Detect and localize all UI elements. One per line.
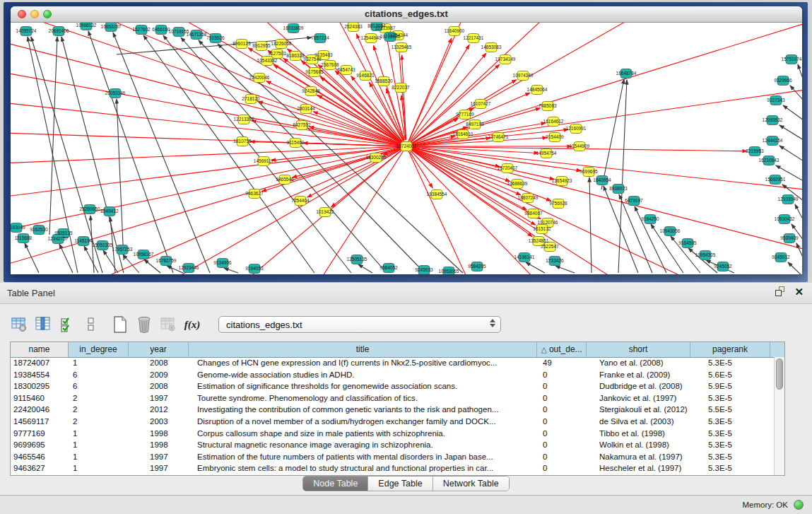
citation-edge-black[interactable] bbox=[796, 243, 802, 259]
table-cell[interactable]: 14569117 bbox=[11, 416, 69, 428]
table-cell[interactable]: Wolkin et al. (1998) bbox=[587, 439, 690, 451]
citation-edge-black[interactable] bbox=[103, 250, 118, 273]
table-row[interactable]: 1938455462009Genome-wide association stu… bbox=[11, 369, 774, 381]
table-cell[interactable]: 6 bbox=[69, 369, 129, 381]
citation-edge-black[interactable] bbox=[779, 125, 802, 140]
column-header-year[interactable]: year bbox=[129, 342, 189, 357]
network-canvas[interactable]: 1872400789601238912955182260589127503105… bbox=[11, 23, 802, 274]
column-header-short[interactable]: short bbox=[587, 342, 690, 357]
table-cell[interactable]: Disruption of a novel member of a sodium… bbox=[189, 416, 537, 428]
citation-edge-black[interactable] bbox=[224, 268, 238, 273]
table-cell[interactable]: de Silva et al. (2003) bbox=[587, 416, 690, 428]
citation-edge-black[interactable] bbox=[790, 86, 802, 100]
column-header-name[interactable]: name bbox=[11, 342, 69, 357]
citation-edge-black[interactable] bbox=[798, 64, 802, 81]
citation-network-graph[interactable]: 1872400789601238912955182260589127503105… bbox=[11, 23, 802, 274]
column-header-in-degree[interactable]: in_degree bbox=[69, 342, 129, 357]
table-cell[interactable]: Corpus callosum shape and size in male p… bbox=[189, 428, 537, 440]
table-cell[interactable]: 0 bbox=[537, 392, 587, 404]
citation-edge-black[interactable] bbox=[358, 264, 372, 273]
table-cell[interactable]: Embryonic stem cells: a model to study s… bbox=[189, 462, 537, 474]
table-cell[interactable]: Structural magnetic resonance image aver… bbox=[189, 439, 537, 451]
memory-status-led[interactable] bbox=[794, 500, 804, 510]
table-cell[interactable]: Tourette syndrome. Phenomenology and cla… bbox=[189, 392, 537, 404]
table-cell[interactable]: Nakamura et al. (1997) bbox=[587, 451, 690, 463]
table-cell[interactable]: 2 bbox=[69, 404, 129, 416]
table-cell[interactable]: 2008 bbox=[129, 357, 189, 369]
table-cell[interactable]: Genome-wide association studies in ADHD. bbox=[189, 369, 537, 381]
column-header-pagerank[interactable]: pagerank bbox=[690, 342, 770, 357]
tab-network-table[interactable]: Network Table bbox=[433, 477, 509, 491]
citation-edge-black[interactable] bbox=[589, 177, 592, 273]
table-row[interactable]: 1872400712008Changes of HCN gene express… bbox=[11, 357, 774, 369]
citation-edge-black[interactable] bbox=[795, 204, 802, 221]
table-cell[interactable]: 5.3E-5 bbox=[690, 451, 770, 463]
table-cell[interactable]: 19384554 bbox=[11, 369, 69, 381]
merge-tables-icon[interactable] bbox=[82, 315, 100, 334]
table-cell[interactable]: 0 bbox=[537, 416, 587, 428]
table-row[interactable]: 946362711997Embryonic stem cells: a mode… bbox=[11, 462, 774, 474]
table-cell[interactable]: 5.3E-5 bbox=[690, 439, 770, 451]
citation-edge-black[interactable] bbox=[779, 146, 802, 161]
table-cell[interactable]: Changes of HCN gene expression and I(f) … bbox=[189, 357, 537, 369]
citation-edge-black[interactable] bbox=[555, 266, 575, 273]
citation-edge-black[interactable] bbox=[181, 37, 387, 273]
window-titlebar[interactable]: citations_edges.txt bbox=[11, 6, 802, 23]
table-cell[interactable]: 1 bbox=[69, 439, 129, 451]
table-cell[interactable]: 1998 bbox=[129, 439, 189, 451]
table-cell[interactable]: 9115460 bbox=[11, 392, 69, 404]
column-header-out-de-[interactable]: △out_de... bbox=[537, 342, 587, 357]
table-cell[interactable]: 1 bbox=[69, 357, 129, 369]
table-cell[interactable]: 5.3E-5 bbox=[690, 428, 770, 440]
float-panel-icon[interactable] bbox=[775, 286, 786, 297]
citation-edge-red[interactable] bbox=[303, 143, 400, 146]
table-cell[interactable]: 22420046 bbox=[11, 404, 69, 416]
citation-edge-black[interactable] bbox=[61, 37, 124, 273]
table-cell[interactable]: 18300295 bbox=[11, 380, 69, 392]
table-cell[interactable]: 5.3E-5 bbox=[690, 392, 770, 404]
table-cell[interactable]: 1998 bbox=[129, 428, 189, 440]
zoom-window-button[interactable] bbox=[43, 10, 52, 18]
vertical-scrollbar[interactable] bbox=[774, 357, 784, 475]
citation-edge-black[interactable] bbox=[783, 105, 802, 120]
table-cell[interactable]: 0 bbox=[537, 439, 587, 451]
table-row[interactable]: 1456911722003Disruption of a novel membe… bbox=[11, 416, 774, 428]
table-cell[interactable]: 49 bbox=[537, 357, 587, 369]
citation-edge-black[interactable] bbox=[113, 33, 210, 273]
table-cell[interactable]: Franke et al. (2009) bbox=[587, 369, 690, 381]
table-cell[interactable]: 1 bbox=[69, 428, 129, 440]
table-cell[interactable]: Tibbo et al. (1998) bbox=[587, 428, 690, 440]
table-cell[interactable]: 1 bbox=[69, 451, 129, 463]
table-cell[interactable]: Estimation of the future numbers of pati… bbox=[189, 451, 537, 463]
table-cell[interactable]: 0 bbox=[537, 380, 587, 392]
close-panel-icon[interactable]: ✕ bbox=[794, 286, 804, 297]
new-table-icon[interactable] bbox=[111, 315, 129, 334]
table-cell[interactable]: Jankovic et al. (1997) bbox=[587, 392, 690, 404]
table-cell[interactable]: 5.3E-5 bbox=[690, 462, 770, 474]
close-window-button[interactable] bbox=[18, 10, 26, 18]
table-cell[interactable]: 5.6E-5 bbox=[690, 369, 770, 381]
table-row[interactable]: 1830029562008Estimation of significance … bbox=[11, 380, 774, 392]
table-cell[interactable]: 0 bbox=[537, 369, 587, 381]
table-row[interactable]: 2242004622012Investigating the contribut… bbox=[11, 404, 774, 416]
table-cell[interactable]: 5.3E-5 bbox=[690, 416, 770, 428]
table-cell[interactable]: 9465546 bbox=[11, 451, 69, 463]
table-cell[interactable]: 5.9E-5 bbox=[690, 380, 770, 392]
citation-edge-black[interactable] bbox=[526, 262, 545, 273]
table-row[interactable]: 911546021997Tourette syndrome. Phenomeno… bbox=[11, 392, 774, 404]
delete-column-icon[interactable] bbox=[135, 315, 153, 334]
table-row[interactable]: 946554611997Estimation of the future num… bbox=[11, 451, 774, 463]
tab-node-table[interactable]: Node Table bbox=[303, 477, 368, 491]
tab-edge-table[interactable]: Edge Table bbox=[368, 477, 433, 491]
table-cell[interactable]: 2 bbox=[69, 416, 129, 428]
table-cell[interactable]: Stergiakouli et al. (2012) bbox=[587, 404, 690, 416]
citation-edge-black[interactable] bbox=[117, 99, 124, 260]
table-cell[interactable]: Hescheler et al. (1997) bbox=[587, 462, 690, 474]
citation-edge-black[interactable] bbox=[618, 80, 627, 273]
table-cell[interactable]: Estimation of significance thresholds fo… bbox=[189, 380, 537, 392]
table-cell[interactable]: 2003 bbox=[129, 416, 189, 428]
table-cell[interactable]: 9699695 bbox=[11, 439, 69, 451]
table-cell[interactable]: 1997 bbox=[129, 392, 189, 404]
table-cell[interactable]: 9777169 bbox=[11, 428, 69, 440]
table-cell[interactable]: 1997 bbox=[129, 451, 189, 463]
